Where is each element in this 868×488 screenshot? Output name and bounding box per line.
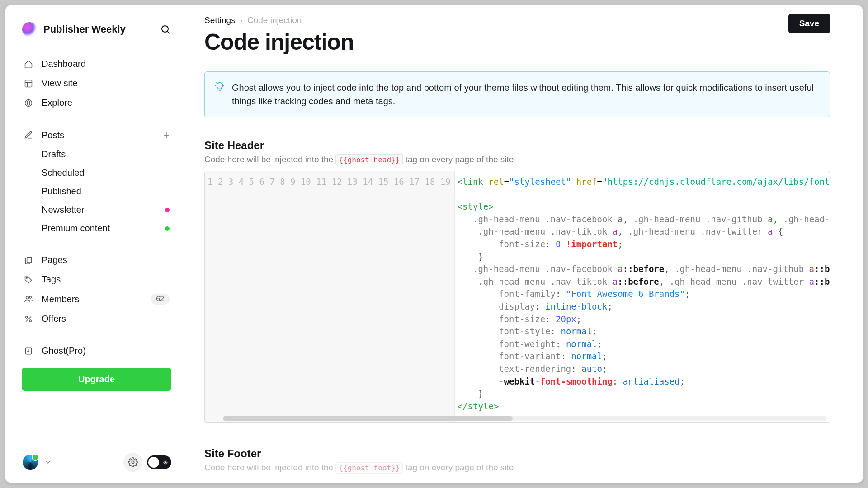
brand-logo: [22, 22, 37, 37]
code-content[interactable]: <link rel="stylesheet" href="https://cdn…: [455, 171, 830, 422]
svg-point-12: [26, 316, 28, 318]
brand-row: Publisher Weekly: [22, 22, 171, 37]
ghost-head-tag: {{ghost_head}}: [335, 154, 403, 165]
search-icon[interactable]: [160, 23, 171, 35]
breadcrumb: Settings › Code injection: [204, 15, 830, 25]
nav-newsletter[interactable]: Newsletter: [22, 201, 171, 219]
theme-toggle[interactable]: ☀: [147, 455, 171, 469]
nav-secondary: Pages Tags Members 62 Offers: [22, 250, 171, 328]
nav-label: Members: [42, 294, 79, 305]
members-count: 62: [151, 294, 170, 305]
site-footer-section: Site Footer Code here will be injected i…: [204, 447, 830, 473]
main-content: Settings › Code injection Save Code inje…: [186, 5, 863, 483]
nav-dashboard[interactable]: Dashboard: [22, 54, 171, 74]
nav-label: Explore: [42, 98, 72, 108]
nav-scheduled[interactable]: Scheduled: [22, 164, 171, 182]
svg-point-15: [132, 461, 134, 464]
svg-point-13: [29, 320, 31, 322]
nav-label: Posts: [42, 130, 64, 141]
info-text: Ghost allows you to inject code into the…: [232, 81, 820, 108]
nav-posts-group: Posts + Drafts Scheduled Published Newsl…: [22, 125, 171, 238]
copy-icon: [24, 255, 33, 265]
settings-button[interactable]: [123, 453, 142, 472]
nav-label: Tags: [42, 274, 61, 285]
horizontal-scrollbar[interactable]: [223, 416, 827, 421]
zap-icon: [24, 346, 33, 356]
section-desc: Code here will be injected into the {{gh…: [204, 463, 830, 473]
svg-rect-7: [27, 257, 32, 263]
site-header-section: Site Header Code here will be injected i…: [204, 139, 830, 423]
nav-label: Pages: [42, 255, 67, 265]
nav-label: Offers: [42, 314, 66, 324]
upgrade-button[interactable]: Upgrade: [22, 368, 171, 391]
plus-icon[interactable]: +: [163, 130, 170, 141]
section-title: Site Footer: [204, 447, 830, 460]
page-title: Code injection: [204, 29, 830, 55]
svg-line-20: [222, 82, 223, 83]
sidebar-footer: ☀: [22, 444, 171, 472]
status-dot-icon: [165, 226, 170, 231]
nav-drafts[interactable]: Drafts: [22, 145, 171, 164]
nav-premium-content[interactable]: Premium content: [22, 219, 171, 238]
nav-explore[interactable]: Explore: [22, 93, 171, 113]
svg-line-1: [167, 31, 170, 33]
nav-published[interactable]: Published: [22, 182, 171, 201]
ghost-foot-tag: {{ghost_foot}}: [335, 462, 403, 474]
breadcrumb-settings[interactable]: Settings: [204, 15, 236, 25]
avatar[interactable]: [22, 454, 39, 471]
sun-icon: ☀: [163, 459, 168, 466]
section-desc: Code here will be injected into the {{gh…: [204, 155, 830, 164]
svg-rect-2: [25, 80, 32, 87]
section-title: Site Header: [204, 139, 830, 152]
globe-icon: [24, 98, 33, 108]
status-dot-icon: [165, 208, 170, 212]
svg-line-11: [26, 316, 31, 322]
scrollbar-thumb[interactable]: [223, 416, 513, 421]
home-icon: [24, 59, 33, 69]
nav-posts[interactable]: Posts +: [22, 125, 171, 145]
svg-point-10: [29, 296, 31, 298]
lightbulb-icon: [215, 82, 225, 108]
percent-icon: [24, 314, 33, 324]
layout-icon: [24, 79, 33, 89]
tag-icon: [24, 275, 33, 285]
brand-name: Publisher Weekly: [43, 23, 126, 35]
nav-members[interactable]: Members 62: [22, 289, 171, 309]
nav-tags[interactable]: Tags: [22, 270, 171, 289]
chevron-down-icon[interactable]: [44, 459, 52, 466]
gear-icon: [128, 457, 138, 467]
edit-icon: [24, 130, 33, 140]
nav-offers[interactable]: Offers: [22, 309, 171, 328]
svg-point-0: [162, 26, 168, 32]
breadcrumb-current: Code injection: [247, 15, 302, 25]
svg-line-19: [216, 82, 217, 83]
nav-pages[interactable]: Pages: [22, 250, 171, 270]
nav-label: View site: [42, 78, 78, 89]
info-callout: Ghost allows you to inject code into the…: [204, 71, 830, 117]
nav-label: Ghost(Pro): [42, 346, 86, 356]
save-button[interactable]: Save: [788, 14, 830, 33]
line-gutter: 1 2 3 4 5 6 7 8 9 10 11 12 13 14 15 16 1…: [205, 171, 455, 422]
nav-ghostpro[interactable]: Ghost(Pro): [22, 341, 171, 361]
nav-primary: Dashboard View site Explore: [22, 54, 171, 113]
nav-view-site[interactable]: View site: [22, 74, 171, 93]
sidebar: Publisher Weekly Dashboard View site Exp…: [5, 5, 186, 483]
chevron-right-icon: ›: [240, 15, 243, 25]
svg-point-9: [26, 296, 29, 299]
users-icon: [24, 294, 33, 304]
svg-point-8: [26, 277, 27, 278]
code-editor-header[interactable]: 1 2 3 4 5 6 7 8 9 10 11 12 13 14 15 16 1…: [204, 171, 830, 423]
nav-label: Dashboard: [42, 59, 86, 69]
